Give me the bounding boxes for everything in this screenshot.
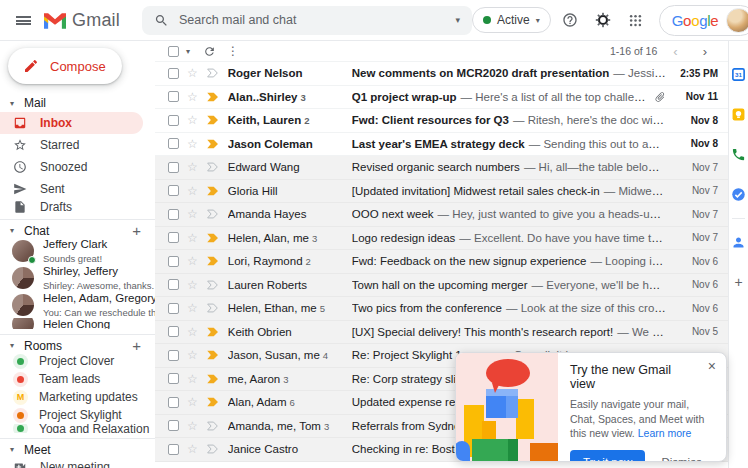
- star-icon[interactable]: ☆: [187, 326, 198, 338]
- newer-page-button[interactable]: ‹: [664, 44, 686, 59]
- importance-marker-icon[interactable]: [206, 256, 220, 266]
- email-row[interactable]: ☆ Keith Obrien [UX] Special delivery! Th…: [155, 321, 728, 345]
- email-row[interactable]: ☆ Edward Wang Revised organic search num…: [155, 156, 728, 180]
- importance-marker-icon[interactable]: [206, 139, 220, 149]
- learn-more-link[interactable]: Learn more: [638, 427, 692, 439]
- importance-marker-icon[interactable]: [206, 209, 220, 219]
- account-chip[interactable]: Google: [659, 5, 748, 36]
- settings-button[interactable]: [589, 6, 617, 34]
- sidebar-item-new-meeting[interactable]: New meeting: [0, 456, 143, 468]
- section-header-meet[interactable]: ▾ Meet: [0, 438, 155, 456]
- email-row[interactable]: ☆ Amanda Hayes OOO next week— Hey, just …: [155, 203, 728, 227]
- older-page-button[interactable]: ›: [694, 44, 716, 59]
- star-icon[interactable]: ☆: [187, 349, 198, 361]
- row-checkbox[interactable]: [168, 68, 179, 79]
- main-menu-button[interactable]: [6, 3, 40, 37]
- row-checkbox[interactable]: [168, 397, 179, 408]
- star-icon[interactable]: ☆: [187, 91, 198, 103]
- star-icon[interactable]: ☆: [187, 420, 198, 432]
- star-icon[interactable]: ☆: [187, 232, 198, 244]
- dismiss-button[interactable]: Dismiss: [661, 456, 701, 462]
- section-header-rooms[interactable]: ▾ Rooms +: [0, 334, 155, 352]
- star-icon[interactable]: ☆: [187, 67, 198, 79]
- section-header-mail[interactable]: ▾ Mail: [0, 94, 155, 112]
- row-checkbox[interactable]: [168, 91, 179, 102]
- email-row[interactable]: ☆ Jason Coleman Last year's EMEA strateg…: [155, 133, 728, 157]
- chat-item[interactable]: Helen, Adam, Gregory You: Can we resched…: [0, 291, 155, 318]
- new-room-button[interactable]: +: [132, 338, 145, 353]
- importance-marker-icon[interactable]: [206, 115, 220, 125]
- avatar[interactable]: [726, 8, 748, 33]
- star-icon[interactable]: ☆: [187, 255, 198, 267]
- tasks-icon[interactable]: [731, 187, 746, 202]
- calendar-icon[interactable]: [731, 67, 746, 82]
- row-checkbox[interactable]: [168, 420, 179, 431]
- star-icon[interactable]: ☆: [187, 114, 198, 126]
- star-icon[interactable]: ☆: [187, 373, 198, 385]
- row-checkbox[interactable]: [168, 279, 179, 290]
- importance-marker-icon[interactable]: [206, 374, 220, 384]
- importance-marker-icon[interactable]: [206, 327, 220, 337]
- email-row[interactable]: ☆ Lauren Roberts Town hall on the upcomi…: [155, 274, 728, 298]
- importance-marker-icon[interactable]: [206, 303, 220, 313]
- importance-marker-icon[interactable]: [206, 92, 220, 102]
- row-checkbox[interactable]: [168, 256, 179, 267]
- room-item[interactable]: Team leads: [0, 370, 155, 388]
- refresh-icon[interactable]: [203, 45, 216, 58]
- more-options-icon[interactable]: ⋮: [223, 44, 243, 58]
- contacts-icon[interactable]: [731, 235, 746, 250]
- room-item[interactable]: M Marketing updates: [0, 388, 155, 406]
- search-bar[interactable]: ▾: [142, 6, 472, 35]
- email-row[interactable]: ☆ Gloria Hill [Updated invitation] Midwe…: [155, 180, 728, 204]
- star-icon[interactable]: ☆: [187, 138, 198, 150]
- star-icon[interactable]: ☆: [187, 396, 198, 408]
- email-row[interactable]: ☆ Alan..Shirley3 Q1 project wrap-up— Her…: [155, 86, 728, 110]
- importance-marker-icon[interactable]: [206, 68, 220, 78]
- search-input[interactable]: [179, 13, 445, 27]
- compose-button[interactable]: Compose: [8, 48, 122, 84]
- try-it-now-button[interactable]: Try it now: [570, 450, 645, 462]
- status-chip[interactable]: Active ▾: [472, 7, 551, 33]
- importance-marker-icon[interactable]: [206, 444, 220, 454]
- importance-marker-icon[interactable]: [206, 186, 220, 196]
- email-row[interactable]: ☆ Lori, Raymond2 Fwd: Feedback on the ne…: [155, 250, 728, 274]
- importance-marker-icon[interactable]: [206, 280, 220, 290]
- row-checkbox[interactable]: [168, 209, 179, 220]
- star-icon[interactable]: ☆: [187, 185, 198, 197]
- email-row[interactable]: ☆ Helen, Ethan, me5 Two pics from the co…: [155, 297, 728, 321]
- add-icon[interactable]: +: [734, 275, 742, 289]
- row-checkbox[interactable]: [168, 138, 179, 149]
- row-checkbox[interactable]: [168, 444, 179, 455]
- importance-marker-icon[interactable]: [206, 350, 220, 360]
- email-row[interactable]: ☆ Keith, Lauren2 Fwd: Client resources f…: [155, 109, 728, 133]
- row-checkbox[interactable]: [168, 373, 179, 384]
- star-icon[interactable]: ☆: [187, 279, 198, 291]
- chat-item[interactable]: Shirley, Jeffery Shirley: Awesome, thank…: [0, 264, 155, 291]
- select-chevron-icon[interactable]: ▾: [186, 47, 190, 56]
- room-item[interactable]: Project Skylight: [0, 406, 155, 424]
- importance-marker-icon[interactable]: [206, 397, 220, 407]
- room-item[interactable]: Yoga and Relaxation: [0, 424, 155, 433]
- help-button[interactable]: [556, 6, 584, 34]
- sidebar-item-starred[interactable]: Starred: [0, 134, 143, 156]
- row-checkbox[interactable]: [168, 303, 179, 314]
- star-icon[interactable]: ☆: [187, 161, 198, 173]
- sidebar-item-snoozed[interactable]: Snoozed: [0, 156, 143, 178]
- star-icon[interactable]: ☆: [187, 208, 198, 220]
- row-checkbox[interactable]: [168, 326, 179, 337]
- row-checkbox[interactable]: [168, 185, 179, 196]
- importance-marker-icon[interactable]: [206, 421, 220, 431]
- importance-marker-icon[interactable]: [206, 162, 220, 172]
- apps-button[interactable]: [622, 6, 650, 34]
- row-checkbox[interactable]: [168, 232, 179, 243]
- chat-item[interactable]: Jeffery Clark Sounds great!: [0, 237, 155, 264]
- chat-item[interactable]: Helen Chong: [0, 318, 155, 329]
- voice-icon[interactable]: [731, 147, 746, 162]
- row-checkbox[interactable]: [168, 162, 179, 173]
- email-row[interactable]: ☆ Helen, Alan, me3 Logo redesign ideas— …: [155, 227, 728, 251]
- email-row[interactable]: ☆ Roger Nelson New comments on MCR2020 d…: [155, 62, 728, 86]
- select-all-checkbox[interactable]: [168, 46, 179, 57]
- section-header-chat[interactable]: ▾ Chat +: [0, 219, 155, 237]
- star-icon[interactable]: ☆: [187, 443, 198, 455]
- sidebar-item-sent[interactable]: Sent: [0, 178, 143, 200]
